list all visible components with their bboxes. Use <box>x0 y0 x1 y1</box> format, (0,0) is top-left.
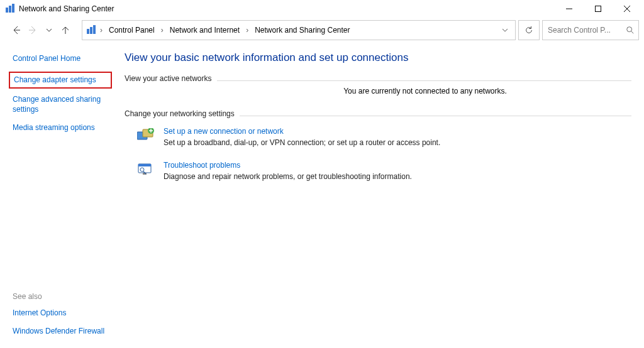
svg-rect-2 <box>12 4 14 13</box>
connection-icon <box>137 127 155 144</box>
page-heading: View your basic network information and … <box>125 52 631 64</box>
breadcrumb-item[interactable]: Network and Sharing Center <box>252 24 352 36</box>
svg-rect-11 <box>93 25 96 34</box>
seealso-heading: See also <box>13 292 112 301</box>
chevron-right-icon[interactable]: › <box>160 26 165 35</box>
breadcrumb-item[interactable]: Network and Internet <box>167 24 242 36</box>
svg-line-13 <box>631 31 634 34</box>
option-setup-connection[interactable]: Set up a new connection or network Set u… <box>137 127 631 147</box>
nav-up-button[interactable] <box>58 23 73 38</box>
address-dropdown-icon[interactable] <box>499 26 511 34</box>
seealso-link-firewall[interactable]: Windows Defender Firewall <box>13 327 112 337</box>
breadcrumb-item[interactable]: Control Panel <box>106 24 157 36</box>
nav-recent-button[interactable] <box>42 23 57 38</box>
close-button[interactable] <box>613 0 641 18</box>
address-bar[interactable]: › Control Panel › Network and Internet ›… <box>82 20 516 40</box>
svg-rect-9 <box>87 29 89 34</box>
title-bar: Network and Sharing Center <box>0 0 644 18</box>
search-box[interactable] <box>542 20 639 40</box>
search-input[interactable] <box>547 25 622 35</box>
troubleshoot-icon <box>137 161 155 178</box>
chevron-right-icon[interactable]: › <box>245 26 250 35</box>
svg-rect-4 <box>596 6 601 12</box>
sidebar-link-media-streaming[interactable]: Media streaming options <box>13 123 112 133</box>
nav-forward-button[interactable] <box>25 23 40 38</box>
address-icon <box>86 25 96 35</box>
network-settings-label: Change your networking settings <box>125 109 235 118</box>
app-icon <box>5 4 15 14</box>
svg-rect-0 <box>6 8 8 13</box>
svg-rect-20 <box>138 164 151 166</box>
svg-rect-1 <box>9 6 11 13</box>
svg-rect-10 <box>90 27 92 34</box>
nav-bar: › Control Panel › Network and Internet ›… <box>0 18 644 43</box>
sidebar-link-advanced-sharing[interactable]: Change advanced sharing settings <box>13 95 112 114</box>
svg-point-12 <box>627 27 632 32</box>
search-icon[interactable] <box>626 26 635 35</box>
option-link-setup[interactable]: Set up a new connection or network <box>164 127 284 136</box>
sidebar-link-home[interactable]: Control Panel Home <box>13 54 112 64</box>
main-content: View your basic network information and … <box>119 43 644 348</box>
nav-back-button[interactable] <box>9 23 24 38</box>
option-desc-setup: Set up a broadband, dial-up, or VPN conn… <box>164 138 440 147</box>
option-troubleshoot[interactable]: Troubleshoot problems Diagnose and repai… <box>137 161 631 181</box>
active-networks-label: View your active networks <box>125 74 212 83</box>
option-link-troubleshoot[interactable]: Troubleshoot problems <box>164 161 240 170</box>
active-networks-message: You are currently not connected to any n… <box>125 87 631 95</box>
window-controls <box>555 0 641 18</box>
seealso-link-internet-options[interactable]: Internet Options <box>13 308 112 318</box>
minimize-button[interactable] <box>555 0 584 18</box>
refresh-button[interactable] <box>518 20 540 40</box>
sidebar: Control Panel Home Change adapter settin… <box>0 43 119 348</box>
sidebar-link-adapter-settings[interactable]: Change adapter settings <box>9 72 112 89</box>
chevron-right-icon[interactable]: › <box>99 26 104 35</box>
maximize-button[interactable] <box>584 0 613 18</box>
window-title: Network and Sharing Center <box>19 4 114 13</box>
option-desc-troubleshoot: Diagnose and repair network problems, or… <box>164 172 412 181</box>
